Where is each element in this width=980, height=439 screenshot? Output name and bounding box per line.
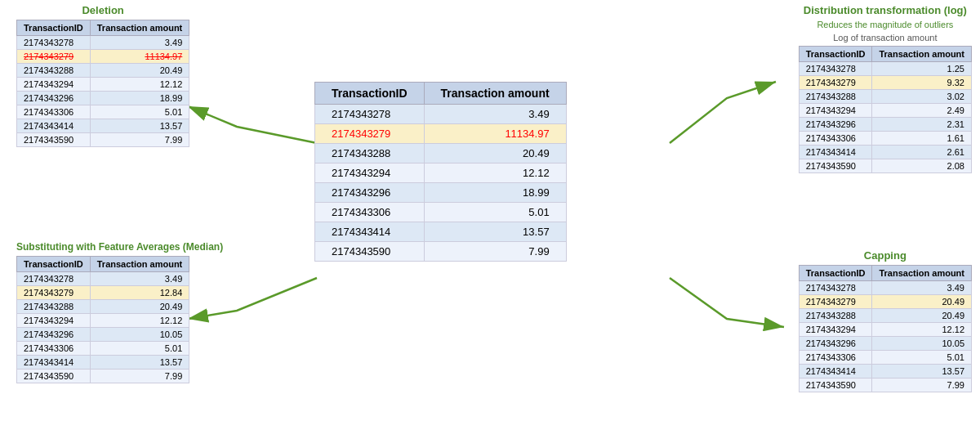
deletion-col-id: TransactionID — [17, 20, 91, 36]
deletion-row-amount: 13.57 — [90, 119, 189, 133]
main-col-id: TransactionID — [315, 83, 425, 105]
log-subtitle: Reduces the magnitude of outliers — [799, 20, 972, 29]
main-row-amount: 20.49 — [424, 144, 566, 164]
main-row-amount: 7.99 — [424, 242, 566, 262]
main-row-amount: 5.01 — [424, 203, 566, 222]
log-table: TransactionID Transaction amount 2174343… — [799, 46, 972, 173]
deletion-row-id: 2174343279 — [17, 50, 91, 64]
main-row-id: 2174343278 — [315, 105, 425, 124]
deletion-row-id: 2174343590 — [17, 133, 91, 147]
main-container: Deletion TransactionID Transaction amoun… — [0, 0, 980, 439]
deletion-row-amount: 3.49 — [90, 36, 189, 50]
main-row-amount: 11134.97 — [424, 124, 566, 144]
log-row-amount: 2.49 — [872, 104, 972, 118]
capping-col-amount: Transaction amount — [872, 266, 972, 281]
log-panel: Distribution transformation (log) Reduce… — [799, 4, 972, 173]
main-row-id: 2174343590 — [315, 242, 425, 262]
main-row-amount: 3.49 — [424, 105, 566, 124]
log-subtitle2: Log of transaction amount — [799, 33, 972, 43]
deletion-row-id: 2174343294 — [17, 78, 91, 92]
log-row-id: 2174343294 — [799, 104, 872, 118]
log-row-amount: 1.25 — [872, 62, 972, 76]
main-row-id: 2174343296 — [315, 183, 425, 203]
capping-row-id: 2174343294 — [799, 323, 872, 337]
main-row-amount: 18.99 — [424, 183, 566, 203]
deletion-row-id: 2174343296 — [17, 92, 91, 105]
log-row-amount: 9.32 — [872, 76, 972, 90]
deletion-table: TransactionID Transaction amount 2174343… — [16, 20, 189, 147]
main-row-id: 2174343279 — [315, 124, 425, 144]
capping-row-id: 2174343306 — [799, 351, 872, 365]
median-row-amount: 3.49 — [90, 272, 189, 286]
median-row-amount: 20.49 — [90, 300, 189, 314]
median-row-id: 2174343294 — [17, 314, 91, 328]
deletion-row-amount: 20.49 — [90, 64, 189, 78]
log-row-id: 2174343414 — [799, 146, 872, 159]
deletion-row-id: 2174343414 — [17, 119, 91, 133]
median-panel: Substituting with Feature Averages (Medi… — [16, 241, 223, 383]
log-row-amount: 2.61 — [872, 146, 972, 159]
capping-row-id: 2174343590 — [799, 379, 872, 392]
main-row-id: 2174343306 — [315, 203, 425, 222]
median-col-amount: Transaction amount — [90, 257, 189, 272]
deletion-row-id: 2174343288 — [17, 64, 91, 78]
deletion-row-amount: 7.99 — [90, 133, 189, 147]
median-row-amount: 10.05 — [90, 328, 189, 342]
capping-row-amount: 7.99 — [872, 379, 972, 392]
log-col-amount: Transaction amount — [872, 47, 972, 62]
deletion-col-amount: Transaction amount — [90, 20, 189, 36]
main-row-amount: 12.12 — [424, 164, 566, 183]
deletion-row-id: 2174343278 — [17, 36, 91, 50]
capping-table: TransactionID Transaction amount 2174343… — [799, 265, 972, 392]
median-row-id: 2174343288 — [17, 300, 91, 314]
log-col-id: TransactionID — [799, 47, 872, 62]
main-row-id: 2174343288 — [315, 144, 425, 164]
capping-row-amount: 13.57 — [872, 365, 972, 379]
deletion-row-id: 2174343306 — [17, 105, 91, 119]
capping-row-amount: 12.12 — [872, 323, 972, 337]
log-row-id: 2174343278 — [799, 62, 872, 76]
capping-row-amount: 3.49 — [872, 281, 972, 295]
main-panel: TransactionID Transaction amount 2174343… — [314, 82, 567, 262]
deletion-panel: Deletion TransactionID Transaction amoun… — [16, 4, 189, 147]
capping-row-amount: 10.05 — [872, 337, 972, 351]
log-row-id: 2174343590 — [799, 159, 872, 173]
log-title: Distribution transformation (log) — [799, 4, 972, 16]
capping-row-id: 2174343414 — [799, 365, 872, 379]
main-row-amount: 13.57 — [424, 222, 566, 242]
median-row-id: 2174343590 — [17, 370, 91, 383]
main-table: TransactionID Transaction amount 2174343… — [314, 82, 567, 262]
median-row-amount: 5.01 — [90, 342, 189, 356]
capping-row-id: 2174343279 — [799, 295, 872, 309]
log-row-id: 2174343288 — [799, 90, 872, 104]
median-row-amount: 12.84 — [90, 286, 189, 300]
log-row-id: 2174343306 — [799, 132, 872, 146]
capping-row-id: 2174343296 — [799, 337, 872, 351]
median-table: TransactionID Transaction amount 2174343… — [16, 256, 189, 383]
median-row-id: 2174343278 — [17, 272, 91, 286]
log-row-amount: 3.02 — [872, 90, 972, 104]
capping-title: Capping — [799, 249, 972, 262]
median-title: Substituting with Feature Averages (Medi… — [16, 241, 223, 253]
capping-row-amount: 20.49 — [872, 295, 972, 309]
median-row-id: 2174343414 — [17, 356, 91, 370]
median-row-id: 2174343306 — [17, 342, 91, 356]
log-row-amount: 2.31 — [872, 118, 972, 132]
capping-row-amount: 5.01 — [872, 351, 972, 365]
median-row-id: 2174343279 — [17, 286, 91, 300]
median-row-amount: 12.12 — [90, 314, 189, 328]
main-col-amount: Transaction amount — [424, 83, 566, 105]
deletion-title: Deletion — [16, 4, 189, 16]
log-row-amount: 1.61 — [872, 132, 972, 146]
deletion-row-amount: 11134.97 — [90, 50, 189, 64]
log-row-amount: 2.08 — [872, 159, 972, 173]
capping-row-id: 2174343288 — [799, 309, 872, 323]
main-row-id: 2174343294 — [315, 164, 425, 183]
capping-panel: Capping TransactionID Transaction amount… — [799, 249, 972, 392]
capping-col-id: TransactionID — [799, 266, 872, 281]
log-row-id: 2174343279 — [799, 76, 872, 90]
median-col-id: TransactionID — [17, 257, 91, 272]
deletion-row-amount: 5.01 — [90, 105, 189, 119]
capping-row-id: 2174343278 — [799, 281, 872, 295]
median-row-amount: 13.57 — [90, 356, 189, 370]
